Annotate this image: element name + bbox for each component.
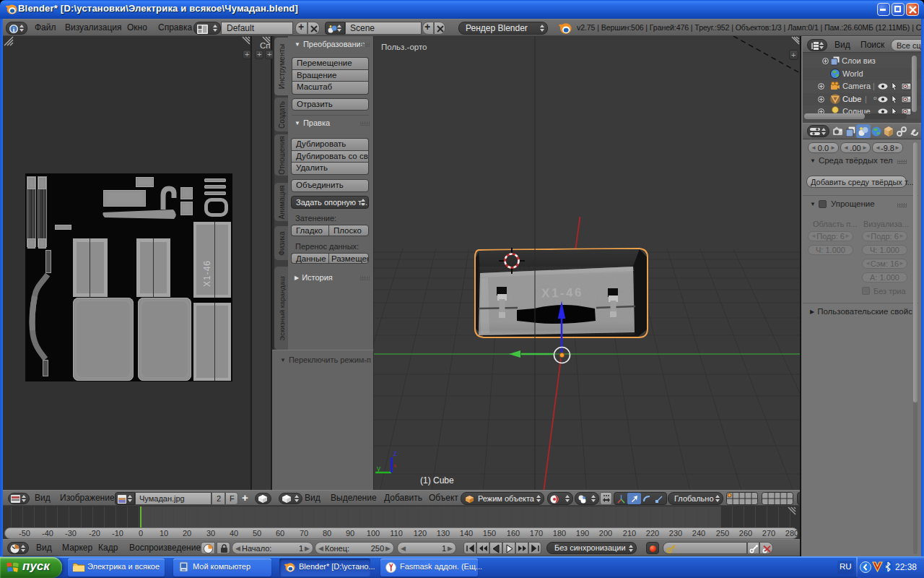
svg-text:x: x	[393, 462, 396, 469]
svg-text:y: y	[377, 465, 380, 473]
svg-text:X1-46: X1-46	[541, 285, 583, 300]
svg-text:z: z	[393, 449, 397, 457]
